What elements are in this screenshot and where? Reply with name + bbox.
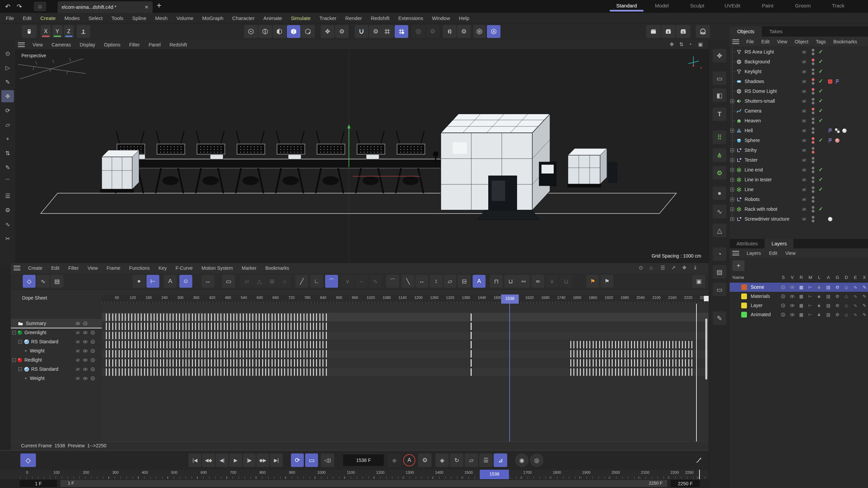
- layer-toggle[interactable]: [802, 59, 807, 64]
- track-eye-toggle[interactable]: [83, 339, 88, 344]
- menu-file[interactable]: File: [1, 15, 18, 21]
- keyframe-row[interactable]: [102, 368, 709, 377]
- fcurve-shortcut-button[interactable]: [692, 453, 706, 467]
- mode-animation-button[interactable]: [301, 25, 315, 38]
- menu-tools[interactable]: Tools: [107, 15, 128, 21]
- transform-tool[interactable]: ⇅: [1, 147, 14, 159]
- cloner-palette[interactable]: ⠿: [713, 130, 726, 144]
- layers-menu-layers[interactable]: Layers: [743, 250, 765, 256]
- sketch-tool[interactable]: ✎: [1, 161, 14, 174]
- arc-tool[interactable]: ⌒: [1, 176, 14, 188]
- layer-color-swatch[interactable]: [741, 293, 747, 299]
- enabled-check-icon[interactable]: ✓: [818, 98, 823, 104]
- track-eye-toggle[interactable]: [83, 358, 88, 363]
- falloff-button[interactable]: [412, 25, 425, 38]
- keyframe-row[interactable]: [102, 349, 709, 359]
- render-visibility-dot[interactable]: [812, 220, 814, 222]
- viewport-menu-filter[interactable]: Filter: [125, 42, 144, 47]
- object-row[interactable]: +Robots: [730, 195, 868, 204]
- layers-menu-icon[interactable]: [732, 251, 739, 256]
- enabled-check-icon[interactable]: ✓: [818, 69, 823, 74]
- object-row[interactable]: +Tester: [730, 155, 868, 165]
- keyframe-row[interactable]: [102, 340, 709, 349]
- layout-tab-model[interactable]: Model: [644, 0, 679, 13]
- menu-extensions[interactable]: Extensions: [394, 15, 428, 21]
- equalize-keys-button[interactable]: ≂: [531, 275, 544, 288]
- layer-M-toggle[interactable]: ⊢: [807, 312, 814, 317]
- track-row[interactable]: −RS StandardS: [11, 365, 102, 374]
- layer-solo-toggle[interactable]: S: [781, 285, 786, 290]
- pan-view-icon[interactable]: ✥: [670, 41, 674, 47]
- axis-y-lock-button[interactable]: Y: [52, 25, 62, 38]
- enabled-check-icon[interactable]: ✓: [818, 79, 823, 84]
- checker-tag[interactable]: [834, 128, 840, 134]
- expand-icon[interactable]: +: [730, 188, 734, 191]
- layer-toggle[interactable]: [802, 128, 807, 133]
- render-visibility-dot[interactable]: [812, 210, 814, 212]
- layer-toggle[interactable]: [802, 217, 807, 222]
- spline-tool[interactable]: ∿: [1, 218, 14, 230]
- layer-toggle[interactable]: [802, 99, 807, 104]
- tab-objects[interactable]: Objects: [730, 26, 762, 37]
- editor-visibility-dot[interactable]: [812, 186, 814, 189]
- editor-visibility-dot[interactable]: [812, 127, 814, 130]
- layer-toggle[interactable]: [802, 138, 807, 143]
- object-row[interactable]: +Strihy: [730, 145, 868, 155]
- lock-value-button[interactable]: ↕: [430, 275, 442, 288]
- timeline-menu-create[interactable]: Create: [24, 265, 47, 271]
- editor-visibility-dot[interactable]: [812, 177, 814, 179]
- compositing-tag[interactable]: [834, 79, 840, 84]
- layer-toggle[interactable]: [802, 49, 807, 55]
- timeline-menu-key[interactable]: Key: [154, 265, 171, 271]
- step-interp-button[interactable]: ∟: [310, 275, 323, 288]
- display-palette[interactable]: ▭: [713, 283, 726, 296]
- goto-start-button[interactable]: |◀: [189, 453, 201, 467]
- commander-tool[interactable]: ☰: [1, 190, 14, 202]
- layer-M-toggle[interactable]: ⊢: [807, 303, 814, 308]
- track-eye-toggle[interactable]: [83, 330, 88, 335]
- track-edit-toggle[interactable]: [75, 376, 80, 381]
- grid-toggle-button[interactable]: [380, 25, 394, 38]
- render-visibility-dot[interactable]: [812, 180, 814, 183]
- layer-E-toggle[interactable]: ∿: [852, 312, 859, 317]
- spline-palette[interactable]: ∿: [713, 205, 726, 218]
- editor-visibility-dot[interactable]: [812, 88, 814, 91]
- layer-color-swatch[interactable]: [741, 303, 747, 308]
- layer-color-swatch[interactable]: [741, 312, 747, 318]
- mode-model-button[interactable]: [287, 25, 300, 38]
- record-rotation-button[interactable]: ↻: [450, 453, 463, 467]
- track-eye-toggle[interactable]: [83, 367, 88, 372]
- layer-toggle[interactable]: [802, 187, 807, 192]
- track-edit-toggle[interactable]: [75, 339, 80, 344]
- track-solo-toggle[interactable]: S: [83, 321, 88, 326]
- export-icon[interactable]: ↗: [671, 265, 676, 271]
- expand-icon[interactable]: +: [730, 217, 734, 221]
- layer-toggle[interactable]: [802, 108, 807, 114]
- menu-animate[interactable]: Animate: [259, 15, 287, 21]
- enabled-check-icon[interactable]: ✓: [818, 206, 823, 212]
- object-row[interactable]: Heaven✓: [730, 116, 868, 126]
- editor-visibility-dot[interactable]: [812, 216, 814, 219]
- render-visibility-dot[interactable]: [812, 72, 814, 75]
- dope-sheet-ruler[interactable]: 6012018024030036042048054060066072078084…: [102, 294, 709, 304]
- live-selection-tool[interactable]: ▷: [1, 62, 14, 74]
- sound-button[interactable]: ◁)): [321, 453, 334, 467]
- layout-tab-track[interactable]: Track: [821, 0, 856, 13]
- generator-palette[interactable]: ⚙: [713, 166, 726, 180]
- roll-keys-button[interactable]: ⊟: [458, 275, 471, 288]
- timeline-menu-icon[interactable]: [14, 266, 20, 270]
- show-animated-button[interactable]: ☺: [179, 275, 192, 288]
- object-row[interactable]: +Line in tester✓: [730, 175, 868, 185]
- layer-D-toggle[interactable]: ◇: [843, 285, 850, 290]
- isolate-view-button[interactable]: [473, 25, 486, 38]
- ripple-edit-button[interactable]: ▱: [240, 275, 253, 288]
- record-parameter-button[interactable]: ☰: [479, 453, 493, 467]
- layers-menu-edit[interactable]: Edit: [765, 250, 781, 256]
- region-tool-button[interactable]: △: [253, 275, 266, 288]
- layer-D-toggle[interactable]: ◇: [843, 312, 850, 317]
- object-row[interactable]: Sphere✓: [730, 136, 868, 145]
- render-visibility-dot[interactable]: [812, 131, 814, 134]
- autokey-button[interactable]: A: [403, 454, 415, 466]
- track-solo-toggle[interactable]: S: [90, 348, 95, 353]
- render-visibility-dot[interactable]: [812, 102, 814, 104]
